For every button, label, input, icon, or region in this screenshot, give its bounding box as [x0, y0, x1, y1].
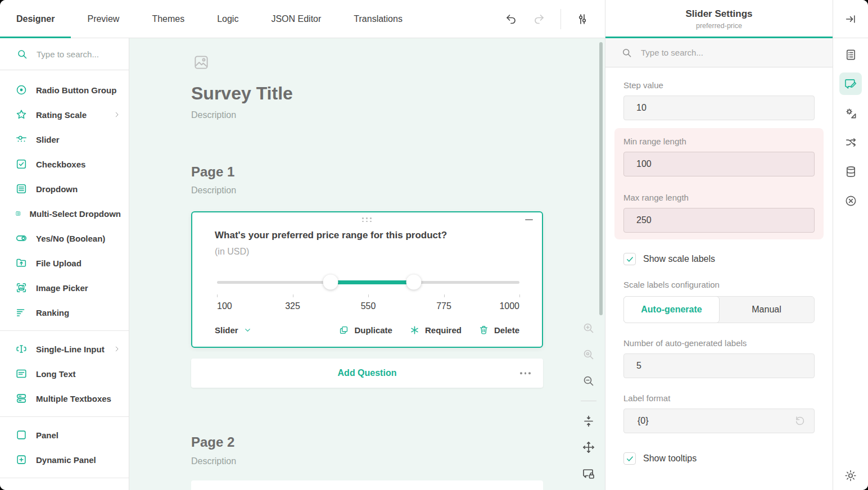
- toolbox-item-multiple-textboxes[interactable]: Multiple Textboxes: [0, 386, 129, 411]
- toolbox-item-boolean[interactable]: Yes/No (Boolean): [0, 226, 129, 251]
- zoom-in-icon[interactable]: [582, 321, 595, 335]
- lock-questions-icon[interactable]: [582, 467, 595, 480]
- page1-description[interactable]: Description: [191, 185, 236, 196]
- tab-preview[interactable]: Preview: [71, 0, 135, 38]
- more-question-types-icon[interactable]: [520, 372, 531, 374]
- toolbox-item-long-text[interactable]: Long Text: [0, 361, 129, 386]
- canvas-scrollbar[interactable]: [599, 42, 603, 315]
- show-tooltips-checkbox[interactable]: Show tooltips: [623, 452, 815, 465]
- toolbox-item-single-line-input[interactable]: Single-Line Input: [0, 337, 129, 361]
- tab-json-editor[interactable]: JSON Editor: [255, 0, 337, 38]
- toolbox-item-label: Dropdown: [36, 184, 78, 194]
- survey-description[interactable]: Description: [191, 110, 236, 120]
- slider-handle-max[interactable]: [406, 275, 421, 290]
- reset-value-icon[interactable]: [794, 415, 806, 427]
- toolbox-item-radio-button-group[interactable]: Radio Button Group: [0, 78, 129, 102]
- chevron-down-icon: [243, 326, 252, 334]
- tab-translations[interactable]: Translations: [337, 0, 419, 38]
- toggle-option-manual[interactable]: Manual: [719, 297, 814, 323]
- toolbox-item-label: Yes/No (Boolean): [36, 234, 105, 243]
- chevron-right-icon[interactable]: [113, 111, 121, 119]
- question-card-slider[interactable]: What's your preferred price range for th…: [191, 211, 543, 348]
- star-icon: [15, 108, 28, 121]
- toolbox-item-label: Rating Scale: [36, 110, 87, 120]
- toolbox-item-checkboxes[interactable]: Checkboxes: [0, 152, 129, 176]
- question-description[interactable]: (in USD): [215, 247, 249, 257]
- zoom-out-icon[interactable]: [582, 374, 595, 388]
- add-question-button[interactable]: Add Question: [191, 359, 543, 388]
- view-settings-icon[interactable]: [576, 12, 589, 26]
- tab-designer-label: Designer: [16, 14, 55, 24]
- toolbox-item-dropdown[interactable]: Dropdown: [0, 176, 129, 201]
- max-range-input[interactable]: [623, 208, 815, 233]
- min-range-label: Min range length: [623, 137, 815, 146]
- checkbox-checked-icon: [623, 253, 636, 265]
- toolbox-item-file-upload[interactable]: File Upload: [0, 251, 129, 275]
- category-general-icon[interactable]: [839, 43, 862, 66]
- toolbox-item-slider[interactable]: Slider: [0, 127, 129, 152]
- toggle-option-auto-generate[interactable]: Auto-generate: [623, 296, 720, 323]
- header-divider: [560, 9, 561, 29]
- duplicate-label: Duplicate: [354, 325, 392, 335]
- page2-add-question-card[interactable]: [191, 480, 543, 490]
- tab-preview-label: Preview: [87, 14, 119, 24]
- tab-logic[interactable]: Logic: [201, 0, 255, 38]
- toolbox-item-image-picker[interactable]: Image Picker: [0, 275, 129, 300]
- toolbox-item-rating-scale[interactable]: Rating Scale: [0, 102, 129, 127]
- tab-themes[interactable]: Themes: [135, 0, 201, 38]
- add-question-label: Add Question: [338, 368, 397, 378]
- category-validation-icon[interactable]: [839, 189, 862, 212]
- main-tabs: Designer Preview Themes Logic JSON Edito…: [0, 0, 419, 38]
- slider-track[interactable]: [217, 281, 519, 284]
- label-format-input[interactable]: [636, 415, 794, 427]
- ranking-icon: [15, 306, 28, 319]
- category-appearance-icon[interactable]: [839, 102, 862, 124]
- toolbox-item-panel[interactable]: Panel: [0, 423, 129, 447]
- category-edit-icon[interactable]: [839, 72, 862, 95]
- survey-logo-placeholder-icon[interactable]: [193, 54, 210, 71]
- slider-tick: [368, 294, 369, 297]
- settings-search-input[interactable]: [640, 47, 780, 58]
- page2-description[interactable]: Description: [191, 456, 236, 466]
- header-left: Designer Preview Themes Logic JSON Edito…: [0, 0, 605, 38]
- collapse-panel-button[interactable]: [833, 0, 868, 38]
- survey-title[interactable]: Survey Title: [191, 83, 293, 104]
- drag-handle-icon[interactable]: [362, 217, 372, 222]
- toolbox-item-ranking[interactable]: Ranking: [0, 300, 129, 325]
- tab-designer[interactable]: Designer: [0, 0, 71, 38]
- toolbox-search[interactable]: [0, 38, 129, 70]
- toolbox-divider: [0, 330, 129, 331]
- settings-panel-header: Slider Settings preferred-price: [605, 0, 833, 38]
- undo-icon[interactable]: [504, 12, 518, 26]
- category-logic-icon[interactable]: [839, 131, 862, 153]
- delete-button[interactable]: Delete: [478, 325, 519, 335]
- category-data-icon[interactable]: [839, 160, 862, 183]
- redo-icon[interactable]: [532, 12, 546, 26]
- toolbox-item-multi-select-dropdown[interactable]: Multi-Select Dropdown: [0, 201, 129, 226]
- page1-title[interactable]: Page 1: [191, 164, 234, 180]
- chevron-right-icon[interactable]: [113, 345, 121, 353]
- toolbox-sidebar: Radio Button Group Rating Scale Slider C…: [0, 38, 129, 490]
- step-value-input[interactable]: [623, 96, 815, 120]
- creator-settings-gear-icon[interactable]: [844, 469, 857, 482]
- show-scale-labels-checkbox[interactable]: Show scale labels: [623, 253, 815, 265]
- duplicate-button[interactable]: Duplicate: [338, 325, 392, 335]
- main-area: Radio Button Group Rating Scale Slider C…: [0, 38, 868, 490]
- toolbox-item-dynamic-panel[interactable]: Dynamic Panel: [0, 447, 129, 472]
- tab-themes-label: Themes: [152, 14, 184, 24]
- collapse-all-icon[interactable]: [582, 414, 595, 428]
- settings-search[interactable]: [605, 38, 833, 67]
- question-type-selector[interactable]: Slider: [215, 325, 252, 335]
- zoom-reset-icon[interactable]: [582, 348, 595, 361]
- drag-mode-icon[interactable]: [582, 441, 595, 454]
- question-footer: Slider Duplicate Required: [215, 325, 519, 335]
- required-button[interactable]: Required: [409, 325, 462, 335]
- question-title[interactable]: What's your preferred price range for th…: [215, 230, 447, 241]
- slider-handle-min[interactable]: [323, 275, 338, 290]
- min-range-input[interactable]: [623, 152, 815, 176]
- toolbox-search-input[interactable]: [35, 49, 114, 60]
- num-labels-input[interactable]: [623, 353, 815, 378]
- collapse-question-icon[interactable]: [525, 219, 533, 220]
- long-text-icon: [15, 368, 28, 380]
- page2-title[interactable]: Page 2: [191, 434, 234, 450]
